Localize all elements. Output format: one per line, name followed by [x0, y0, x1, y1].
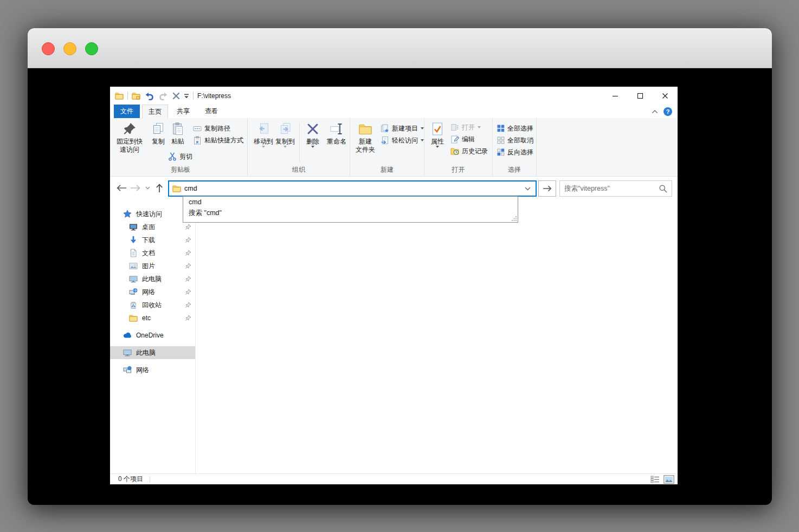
clipboard-small-buttons: 复制路径 粘贴快捷方式	[193, 122, 243, 146]
edit-label: 编辑	[462, 135, 475, 144]
select-none-button[interactable]: 全部取消	[497, 134, 533, 146]
sidebar-item-pictures[interactable]: 图片	[110, 259, 195, 273]
sidebar-label: 回收站	[142, 301, 162, 310]
rename-button[interactable]: 重命名	[324, 120, 349, 146]
copy-path-label: 复制路径	[204, 124, 230, 133]
folder-properties-icon[interactable]	[132, 92, 140, 100]
customize-toolbar-icon[interactable]	[184, 93, 189, 99]
paste-shortcut-button[interactable]: 粘贴快捷方式	[193, 134, 243, 146]
sidebar-label: 网络	[142, 288, 155, 297]
tab-home[interactable]: 主页	[142, 105, 168, 118]
sidebar-item-this-pc-pinned[interactable]: 此电脑	[110, 273, 195, 286]
close-button[interactable]	[653, 87, 678, 105]
edit-button[interactable]: 编辑	[450, 133, 488, 145]
status-bar: 0 个项目	[110, 473, 678, 484]
tab-file[interactable]: 文件	[114, 105, 140, 118]
copy-path-button[interactable]: 复制路径	[193, 122, 243, 134]
sidebar-item-network-pinned[interactable]: 网络	[110, 286, 195, 299]
pin-to-quick-access-button[interactable]: 固定到快 速访问	[114, 120, 145, 154]
history-button[interactable]: 历史记录	[450, 145, 488, 157]
sidebar-item-etc[interactable]: etc	[110, 312, 195, 325]
open-button[interactable]: 打开	[450, 121, 488, 133]
search-input[interactable]	[560, 185, 654, 192]
pin-icon	[185, 224, 191, 230]
properties-button[interactable]: 属性	[427, 120, 448, 148]
up-icon[interactable]	[152, 180, 166, 196]
minimize-button[interactable]	[603, 87, 628, 105]
pin-icon	[185, 263, 191, 269]
group-label-organize: 组织	[248, 165, 350, 174]
redo-icon[interactable]	[158, 92, 169, 100]
cut-icon	[168, 152, 177, 161]
paste-button[interactable]: 粘贴	[166, 120, 190, 146]
new-item-button[interactable]: 新建项目	[381, 122, 424, 134]
sidebar-item-recycle-bin[interactable]: 回收站	[110, 299, 195, 312]
invert-selection-icon	[497, 148, 505, 156]
close-traffic-light[interactable]	[42, 42, 55, 55]
address-bar[interactable]	[168, 180, 537, 197]
collapse-ribbon-icon[interactable]	[652, 109, 658, 114]
maximize-button[interactable]	[628, 87, 653, 105]
pin-icon	[185, 289, 191, 295]
forward-icon[interactable]	[128, 180, 143, 196]
window-controls	[603, 87, 678, 105]
this-pc-icon	[129, 275, 138, 283]
new-small-buttons: 新建项目 轻松访问	[381, 122, 424, 146]
cut-button[interactable]: 剪切	[168, 151, 192, 163]
sidebar-label: 此电脑	[136, 348, 156, 358]
recent-locations-chevron-icon[interactable]	[143, 180, 152, 196]
address-row	[110, 177, 678, 199]
go-button[interactable]	[538, 180, 556, 197]
search-icon[interactable]	[654, 184, 672, 193]
sidebar-item-onedrive[interactable]: OneDrive	[110, 329, 195, 342]
downloads-icon	[129, 236, 138, 244]
select-all-button[interactable]: 全部选择	[497, 122, 533, 134]
ribbon-group-organize: 移动到 复制到 删除 重命名 组织	[248, 118, 350, 176]
resize-grip-icon[interactable]	[512, 216, 517, 221]
help-icon[interactable]: ?	[663, 107, 672, 116]
tab-share[interactable]: 共享	[170, 105, 196, 118]
autocomplete-item-cmd[interactable]: cmd	[183, 197, 518, 207]
easy-access-button[interactable]: 轻松访问	[381, 134, 424, 146]
sidebar-item-downloads[interactable]: 下载	[110, 233, 195, 246]
cut-label: 剪切	[179, 152, 192, 161]
address-dropdown-chevron-icon[interactable]	[519, 181, 536, 196]
select-all-label: 全部选择	[507, 124, 533, 133]
sidebar-item-documents[interactable]: 文档	[110, 246, 195, 259]
delete-menu-arrow	[311, 146, 314, 148]
network-icon	[123, 366, 132, 374]
file-list-pane[interactable]	[196, 199, 678, 474]
move-to-icon	[256, 120, 270, 138]
details-view-icon[interactable]	[650, 476, 660, 483]
tab-view[interactable]: 查看	[198, 105, 224, 118]
paste-shortcut-icon	[193, 136, 202, 145]
sidebar-item-network[interactable]: 网络	[110, 364, 195, 377]
new-item-menu-arrow	[421, 127, 424, 129]
autocomplete-item-search-cmd[interactable]: 搜索 "cmd"	[183, 207, 518, 218]
undo-icon[interactable]	[144, 92, 154, 100]
invert-selection-button[interactable]: 反向选择	[497, 146, 533, 158]
copy-label: 复制	[152, 138, 165, 146]
address-input[interactable]	[184, 185, 519, 192]
history-label: 历史记录	[462, 147, 488, 156]
sidebar-item-this-pc[interactable]: 此电脑	[110, 346, 195, 359]
large-icons-view-icon[interactable]	[663, 475, 674, 484]
sidebar-label: 桌面	[142, 223, 155, 232]
edit-icon	[450, 135, 459, 144]
sidebar-label: 此电脑	[142, 275, 162, 284]
search-box[interactable]	[559, 180, 672, 197]
quick-access-toolbar: F:\vitepress	[115, 87, 231, 105]
macos-titlebar[interactable]	[28, 28, 772, 68]
delete-toolbar-icon[interactable]	[172, 92, 180, 100]
minimize-traffic-light[interactable]	[63, 42, 76, 55]
sidebar-label: etc	[142, 314, 151, 322]
select-buttons: 全部选择 全部取消 反向选择	[497, 122, 533, 158]
copy-to-button[interactable]: 复制到	[273, 120, 298, 148]
ribbon-group-open: 属性 打开 编辑 历史记录	[424, 118, 493, 176]
delete-button[interactable]: 删除	[301, 120, 324, 148]
back-icon[interactable]	[114, 180, 128, 196]
zoom-traffic-light[interactable]	[85, 42, 98, 55]
folder-icon[interactable]	[115, 92, 124, 100]
new-folder-button[interactable]: 新建 文件夹	[351, 120, 379, 154]
toolbar-separator	[127, 92, 128, 100]
